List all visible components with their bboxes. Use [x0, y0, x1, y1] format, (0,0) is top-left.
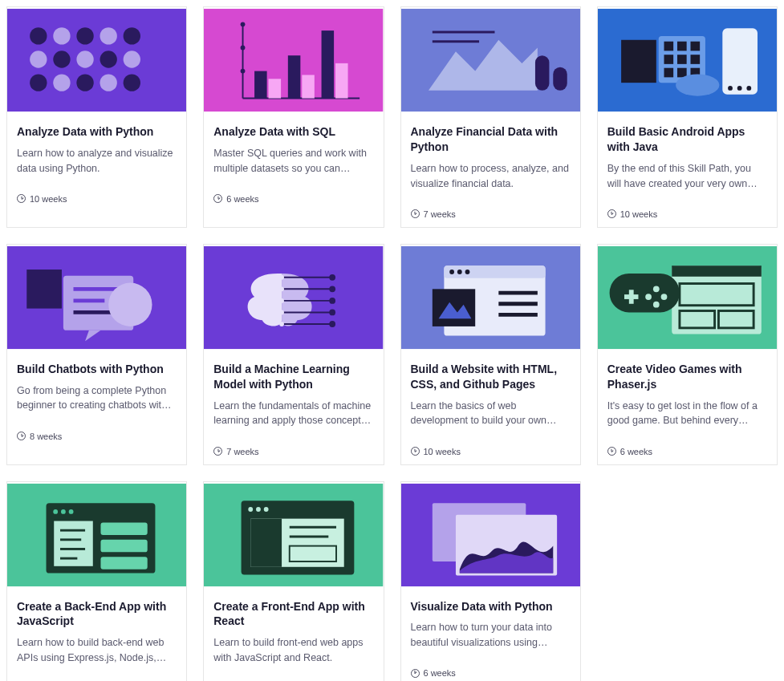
svg-point-75 [279, 322, 284, 326]
course-title: Create a Front-End App with React [213, 599, 373, 630]
svg-rect-37 [664, 42, 673, 51]
duration-text: 7 weeks [226, 447, 258, 456]
course-description: Learn to build front-end web apps with J… [213, 635, 373, 666]
svg-point-103 [69, 509, 74, 514]
svg-rect-43 [664, 68, 673, 78]
svg-point-97 [653, 302, 660, 308]
svg-rect-32 [534, 55, 548, 91]
svg-point-98 [645, 294, 652, 300]
course-grid: Analyze Data with Python Learn how to an… [6, 6, 778, 681]
course-card[interactable]: Create a Back-End App with JavaScript Le… [6, 481, 187, 681]
course-card[interactable]: Build Basic Android Apps with Java By th… [597, 6, 778, 228]
svg-point-59 [108, 282, 152, 326]
duration-text: 7 weeks [424, 209, 456, 219]
course-card[interactable]: Build a Machine Learning Model with Pyth… [203, 244, 384, 465]
course-description: Learn how to turn your data into beautif… [411, 620, 571, 651]
svg-point-7 [53, 51, 70, 67]
course-duration: 6 weeks [411, 668, 571, 678]
course-thumbnail [7, 482, 186, 588]
svg-rect-40 [664, 55, 673, 64]
svg-rect-109 [100, 522, 147, 535]
svg-point-1 [30, 27, 47, 44]
clock-icon [411, 209, 420, 218]
course-title: Build Chatbots with Python [17, 362, 177, 377]
course-description: Go from being a complete Python beginner… [17, 383, 177, 414]
course-duration: 7 weeks [213, 447, 373, 456]
svg-rect-33 [553, 67, 567, 91]
svg-point-62 [330, 274, 336, 281]
course-duration: 6 weeks [607, 447, 767, 456]
svg-point-11 [30, 74, 47, 91]
clock-icon [17, 194, 26, 203]
svg-rect-42 [690, 55, 700, 64]
course-title: Visualize Data with Python [411, 599, 571, 614]
svg-point-81 [465, 270, 469, 274]
course-title: Create Video Games with Phaser.js [607, 362, 767, 392]
svg-point-66 [279, 286, 284, 291]
duration-text: 10 weeks [620, 209, 657, 219]
course-duration: 6 weeks [213, 194, 373, 204]
svg-point-95 [653, 286, 660, 292]
svg-point-102 [61, 509, 66, 514]
svg-point-3 [76, 27, 93, 44]
svg-point-63 [279, 275, 284, 280]
svg-point-6 [30, 51, 47, 67]
clock-icon [607, 447, 616, 456]
svg-rect-53 [26, 270, 62, 309]
clock-icon [17, 432, 26, 440]
svg-rect-94 [624, 294, 638, 299]
course-duration: 8 weeks [17, 432, 177, 441]
clock-icon [411, 447, 420, 456]
clock-icon [213, 194, 222, 203]
svg-point-65 [330, 286, 336, 292]
course-card[interactable]: Create Video Games with Phaser.js It's e… [597, 244, 778, 465]
svg-point-9 [100, 51, 117, 67]
course-title: Build Basic Android Apps with Java [607, 124, 767, 155]
svg-point-72 [279, 310, 284, 314]
course-description: Learn how to analyze and visualize data … [17, 146, 177, 176]
course-card[interactable]: Analyze Data with Python Learn how to an… [6, 6, 187, 228]
course-thumbnail [7, 245, 186, 351]
svg-rect-41 [677, 55, 687, 64]
course-description: Learn how to build back-end web APIs usi… [17, 635, 177, 666]
svg-point-5 [124, 27, 140, 44]
course-duration: 10 weeks [17, 194, 177, 204]
course-card[interactable]: Visualize Data with Python Learn how to … [400, 481, 581, 681]
course-thumbnail [204, 245, 383, 351]
svg-point-20 [241, 46, 246, 51]
course-description: Master SQL queries and work with multipl… [213, 146, 373, 176]
svg-point-50 [737, 86, 741, 91]
course-card[interactable]: Build a Website with HTML, CSS, and Gith… [400, 244, 581, 465]
course-thumbnail [204, 482, 383, 588]
svg-rect-23 [269, 79, 282, 98]
duration-text: 6 weeks [226, 194, 258, 204]
course-card[interactable]: Analyze Financial Data with Python Learn… [400, 6, 581, 228]
course-card[interactable]: Build Chatbots with Python Go from being… [6, 244, 187, 465]
course-title: Build a Machine Learning Model with Pyth… [213, 362, 373, 392]
course-description: By the end of this Skill Path, you will … [607, 161, 767, 192]
svg-point-19 [241, 22, 246, 26]
course-thumbnail [401, 245, 580, 351]
course-card[interactable]: Create a Front-End App with React Learn … [203, 481, 384, 681]
svg-point-12 [53, 74, 70, 91]
course-title: Analyze Data with Python [17, 124, 177, 140]
svg-point-49 [728, 86, 733, 91]
svg-rect-111 [100, 557, 147, 570]
svg-rect-24 [288, 55, 301, 98]
svg-rect-25 [303, 75, 315, 98]
svg-point-68 [330, 298, 336, 304]
duration-text: 6 weeks [424, 668, 456, 678]
svg-rect-118 [250, 518, 282, 566]
clock-icon [411, 669, 420, 678]
svg-rect-27 [335, 63, 348, 99]
svg-rect-26 [322, 30, 335, 98]
course-title: Create a Back-End App with JavaScript [17, 599, 177, 630]
svg-point-115 [256, 507, 261, 512]
svg-point-4 [100, 27, 117, 44]
course-thumbnail [598, 7, 777, 113]
svg-point-14 [100, 74, 117, 91]
course-duration: 10 weeks [411, 447, 571, 456]
duration-text: 8 weeks [30, 432, 62, 441]
svg-point-8 [76, 51, 93, 67]
course-card[interactable]: Analyze Data with SQL Master SQL queries… [203, 6, 384, 228]
